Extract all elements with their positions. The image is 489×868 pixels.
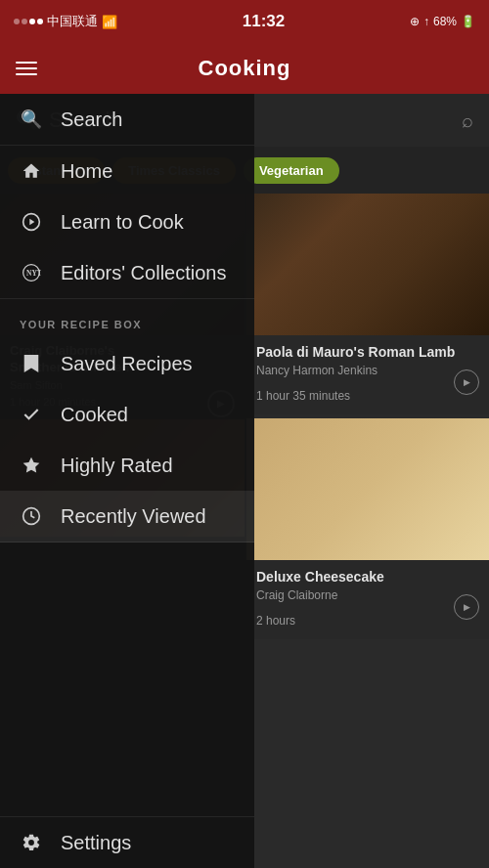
recipe-title-roman-lamb: Paola di Mauro's Roman Lamb [256,343,479,361]
app-title: Cooking [199,56,291,81]
saved-icon [20,352,43,375]
recipe-title-cheesecake: Deluxe Cheesecake [256,568,479,586]
battery-label: 68% [433,15,457,28]
wifi-icon: 📶 [102,15,117,29]
recipe-card-roman-lamb[interactable]: Paola di Mauro's Roman Lamb Nancy Harmon… [246,194,489,414]
recipe-card-cheesecake[interactable]: Deluxe Cheesecake Craig Claiborne 2 hour… [246,418,489,639]
right-recipe-column: Paola di Mauro's Roman Lamb Nancy Harmon… [246,194,489,643]
recipe-footer-cheesecake: 2 hours ▶ [256,608,479,628]
drawer-saved-label: Saved Recipes [61,353,193,375]
clock-icon [20,504,43,528]
navigation-drawer: 🔍 Search Home Learn to Cook NYT [0,94,254,868]
recipe-box-section-label: YOUR RECIPE BOX [0,299,254,338]
signal-dot [22,19,27,24]
signal-arrow-icon: ↑ [423,15,429,28]
main-content: 🔍 Search ⌕ Instant Pot Times Classics Ve… [0,94,489,868]
drawer-cooked-label: Cooked [61,404,128,426]
hamburger-line [16,73,37,75]
location-icon: ⊕ [410,15,420,28]
drawer-rated-label: Highly Rated [61,455,173,477]
drawer-home-label: Home [61,160,112,183]
recipe-play-button-cheesecake[interactable]: ▶ [454,594,479,620]
signal-dot [37,19,43,24]
drawer-item-learn[interactable]: Learn to Cook [0,196,254,247]
drawer-editors-label: Editors' Collections [61,262,226,284]
status-right: ⊕ ↑ 68% 🔋 [410,15,475,28]
drawer-search-item[interactable]: 🔍 Search [0,94,254,146]
hamburger-line [16,62,37,64]
home-icon [20,159,43,183]
recipe-author-cheesecake: Craig Claiborne [256,588,479,602]
svg-text:NYT: NYT [26,269,41,278]
search-icon-drawer: 🔍 [20,108,43,131]
recipe-author-roman-lamb: Nancy Harmon Jenkins [256,364,479,377]
signal-dot [14,19,20,24]
status-bar: 中国联通 📶 11:32 ⊕ ↑ 68% 🔋 [0,0,489,43]
recipe-image-cheesecake [246,418,489,560]
hamburger-menu-button[interactable] [16,62,37,75]
drawer-item-rated[interactable]: Highly Rated [0,440,254,491]
search-submit-icon[interactable]: ⌕ [462,109,473,132]
drawer-item-editors[interactable]: NYT Editors' Collections [0,247,254,299]
app-header: Cooking [0,43,489,94]
drawer-recent-label: Recently Viewed [61,505,206,528]
carrier-label: 中国联通 [47,13,98,30]
hamburger-line [16,67,37,69]
star-icon [20,454,43,477]
svg-marker-1 [29,219,34,226]
status-left: 中国联通 📶 [14,13,117,30]
recipe-body-roman-lamb: Paola di Mauro's Roman Lamb Nancy Harmon… [246,335,489,414]
signal-indicator [14,19,43,24]
recipe-footer-roman-lamb: 1 hour 35 minutes ▶ [256,383,479,403]
drawer-item-cooked[interactable]: Cooked [0,389,254,440]
recipe-play-button-roman-lamb[interactable]: ▶ [454,369,479,395]
drawer-item-recent[interactable]: Recently Viewed [0,491,254,542]
settings-icon [20,831,43,854]
battery-icon: 🔋 [461,15,475,28]
nyt-icon: NYT [20,261,43,284]
learn-icon [20,210,43,234]
recipe-image-roman-lamb [246,194,489,335]
cooked-icon [20,403,43,426]
drawer-item-saved[interactable]: Saved Recipes [0,338,254,389]
drawer-settings-label: Settings [61,832,131,854]
signal-dot [29,19,35,24]
pill-vegetarian[interactable]: Vegetarian [244,157,339,184]
drawer-spacer [0,542,254,816]
svg-marker-4 [23,457,40,473]
recipe-time-cheesecake: 2 hours [256,614,295,628]
drawer-item-home[interactable]: Home [0,146,254,196]
drawer-item-settings[interactable]: Settings [0,816,254,868]
drawer-search-label: Search [61,108,122,131]
clock: 11:32 [243,12,285,31]
drawer-learn-label: Learn to Cook [61,211,184,234]
recipe-time-roman-lamb: 1 hour 35 minutes [256,389,350,403]
recipe-body-cheesecake: Deluxe Cheesecake Craig Claiborne 2 hour… [246,560,489,639]
